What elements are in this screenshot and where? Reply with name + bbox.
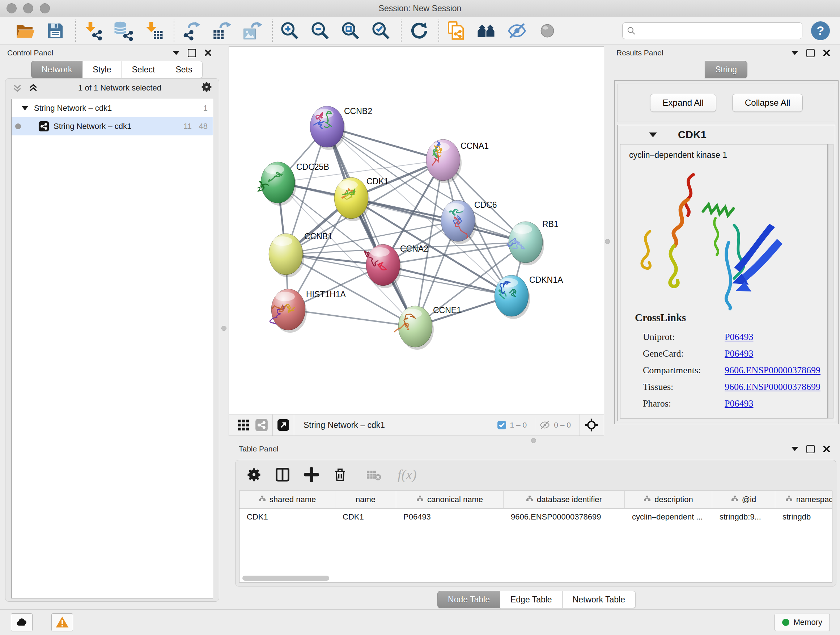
node-label-CCNA1: CCNA1 <box>461 141 489 150</box>
tab-select[interactable]: Select <box>122 61 166 78</box>
table-cell[interactable]: cyclin–dependent ... <box>625 509 712 525</box>
column-header-database-identifier[interactable]: database identifier <box>504 491 625 508</box>
search-input[interactable] <box>622 22 802 39</box>
column-header-description[interactable]: description <box>625 491 712 508</box>
column-header-name[interactable]: name <box>335 491 396 508</box>
tab-network[interactable]: Network <box>31 61 82 78</box>
search-icon <box>627 26 636 35</box>
float-panel-icon[interactable] <box>791 447 798 451</box>
expand-all-networks-icon[interactable] <box>28 82 39 93</box>
table-cell[interactable]: CDK1 <box>240 509 335 525</box>
maximize-panel-icon[interactable] <box>188 49 196 57</box>
crosslink-link[interactable]: 9606.ENSP00000378699 <box>725 365 821 376</box>
node-CDK1[interactable] <box>334 177 370 221</box>
column-header-shared-name[interactable]: shared name <box>240 491 335 508</box>
cloud-icon <box>15 616 28 629</box>
crosslink-link[interactable]: 9606.ENSP00000378699 <box>725 382 821 393</box>
maximize-panel-icon[interactable] <box>806 49 815 57</box>
tab-network-table[interactable]: Network Table <box>562 591 636 608</box>
maximize-panel-icon[interactable] <box>806 445 815 453</box>
tab-sets[interactable]: Sets <box>165 61 202 78</box>
node-CCNA1[interactable] <box>426 139 462 183</box>
cybrowser-home-icon[interactable] <box>475 19 498 42</box>
node-CCNB1[interactable] <box>269 233 304 277</box>
show-columns-icon[interactable] <box>275 467 291 483</box>
float-panel-icon[interactable] <box>172 51 180 55</box>
node-HIST1H1A[interactable] <box>270 289 307 333</box>
table-cell[interactable]: P06493 <box>396 509 504 525</box>
create-column-plus-icon[interactable] <box>303 467 319 483</box>
network-row-selected[interactable]: String Network – cdk1 11 48 <box>11 117 213 135</box>
close-panel-icon[interactable] <box>204 49 212 57</box>
hide-graphics-details-icon[interactable] <box>506 19 528 42</box>
center-view-crosshair-icon[interactable] <box>584 418 599 432</box>
open-in-cytoscape-web-icon[interactable] <box>445 19 467 42</box>
table-cell[interactable]: 9606.ENSP00000378699 <box>504 509 625 525</box>
node-label-CCNA2: CCNA2 <box>400 244 428 253</box>
table-cell[interactable]: stringdb:9... <box>712 509 775 525</box>
crosslink-link[interactable]: P06493 <box>725 398 753 409</box>
table-cell[interactable]: CDK1 <box>335 509 396 525</box>
entry-collapse-icon[interactable] <box>649 133 657 137</box>
close-panel-icon[interactable] <box>823 49 831 57</box>
node-CDKN1A[interactable] <box>494 275 530 319</box>
column-header-canonical-name[interactable]: canonical name <box>396 491 504 508</box>
warning-icon <box>55 616 69 629</box>
node-RB1[interactable] <box>508 222 544 265</box>
tab-edge-table[interactable]: Edge Table <box>500 591 562 608</box>
table-cell[interactable]: stringdb <box>775 509 832 525</box>
help-button[interactable]: ? <box>811 21 830 40</box>
tab-node-table[interactable]: Node Table <box>437 591 500 608</box>
birds-eye-view-icon[interactable] <box>536 19 559 42</box>
update-network-icon[interactable] <box>407 19 430 42</box>
zoom-out-icon[interactable] <box>309 19 332 42</box>
node-CDC6[interactable] <box>441 200 477 244</box>
network-collection-row[interactable]: String Network – cdk1 1 <box>11 99 213 117</box>
selected-checkbox-icon[interactable] <box>497 420 507 430</box>
warnings-button[interactable] <box>51 613 73 631</box>
crosslink-link[interactable]: P06493 <box>725 332 753 342</box>
results-panel-title: Results Panel <box>616 49 663 57</box>
export-table-icon[interactable] <box>210 19 233 42</box>
grid-view-icon[interactable] <box>237 418 250 432</box>
tab-style[interactable]: Style <box>82 61 122 78</box>
node-CCNA2[interactable] <box>364 244 401 288</box>
zoom-in-icon[interactable] <box>279 19 301 42</box>
column-header-@id[interactable]: @id <box>712 491 775 508</box>
hierarchy-icon <box>416 495 424 504</box>
network-view-mode-icon[interactable] <box>255 418 268 432</box>
export-network-icon[interactable] <box>180 19 202 42</box>
detach-view-icon[interactable] <box>277 419 289 431</box>
crosslink-link[interactable]: P06493 <box>725 348 753 359</box>
zoom-selected-icon[interactable] <box>370 19 392 42</box>
zoom-fit-content-icon[interactable] <box>339 19 362 42</box>
memory-button[interactable]: Memory <box>775 614 830 631</box>
float-panel-icon[interactable] <box>791 51 798 55</box>
save-session-icon[interactable] <box>44 19 66 42</box>
results-scrollbar-track[interactable] <box>828 144 834 418</box>
network-options-gear-icon[interactable] <box>201 81 212 95</box>
expand-all-button[interactable]: Expand All <box>650 94 716 112</box>
export-image-icon[interactable] <box>241 19 264 42</box>
collapse-all-button[interactable]: Collapse All <box>732 94 803 112</box>
cloud-status-button[interactable] <box>11 613 33 631</box>
tab-string[interactable]: String <box>705 61 747 78</box>
open-session-icon[interactable] <box>14 19 36 42</box>
table-hscrollbar-thumb[interactable] <box>242 576 329 581</box>
node-CCNB2[interactable] <box>310 106 346 150</box>
collection-expander-icon[interactable] <box>22 106 28 111</box>
close-panel-icon[interactable] <box>823 445 831 453</box>
right-splitter-handle[interactable] <box>605 239 610 244</box>
import-network-from-file-icon[interactable] <box>82 19 104 42</box>
table-options-gear-icon[interactable] <box>246 467 262 482</box>
selected-node-edge-counts: 1 – 0 <box>510 421 527 429</box>
import-network-from-database-icon[interactable] <box>112 19 134 42</box>
import-table-from-file-icon[interactable] <box>142 19 165 42</box>
left-splitter-handle[interactable] <box>221 326 226 331</box>
node-CCNE1[interactable] <box>394 306 434 350</box>
column-header-namespace[interactable]: namespace <box>775 491 832 508</box>
network-canvas[interactable]: CCNB2CCNA1CDC25BCDK1CDC6RB1CCNB1CCNA2HIS… <box>229 46 604 414</box>
collapse-all-networks-icon[interactable] <box>12 82 23 93</box>
edge-CCNE1-HIST1H1A[interactable] <box>288 310 415 326</box>
delete-column-trash-icon[interactable] <box>332 467 347 482</box>
